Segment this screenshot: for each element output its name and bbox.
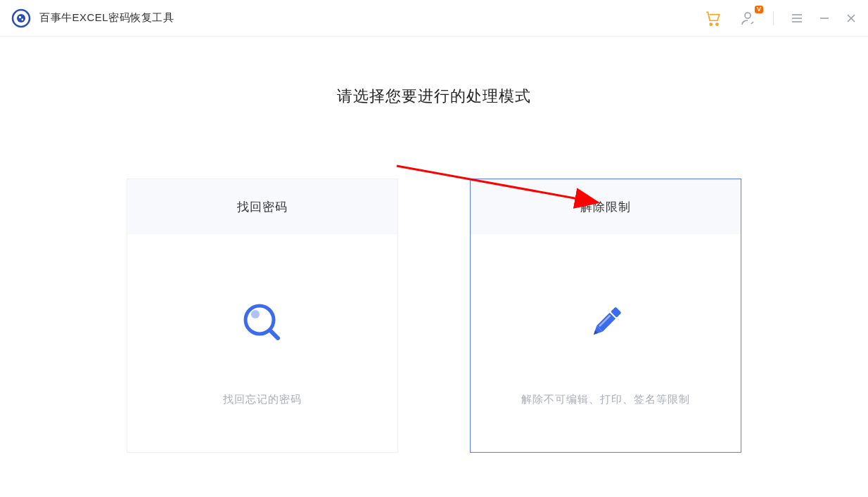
mode-cards: 找回密码 找回忘记的密码 解除限制 [0,179,868,453]
card-remove-restriction[interactable]: 解除限制 解除不可编辑、打印、签名等限制 [470,179,741,453]
card-body: 解除不可编辑、打印、签名等限制 [471,234,741,452]
titlebar: 百事牛EXCEL密码恢复工具 V [0,0,868,37]
card-title: 解除限制 [471,179,741,234]
card-body: 找回忘记的密码 [127,234,397,452]
pencil-icon [583,302,628,344]
close-icon[interactable] [845,13,857,24]
window-controls [791,12,857,25]
account-icon[interactable]: V [739,10,756,27]
svg-rect-3 [22,18,24,20]
vip-badge: V [755,6,763,13]
svg-point-6 [745,13,751,18]
magnifier-icon [240,302,285,344]
card-title: 找回密码 [127,179,397,234]
svg-line-15 [270,330,278,338]
card-recover-password[interactable]: 找回密码 找回忘记的密码 [127,179,398,453]
svg-point-5 [716,23,718,25]
titlebar-right: V [704,9,857,27]
menu-icon[interactable] [791,12,803,25]
titlebar-divider [773,11,774,25]
minimize-icon[interactable] [819,13,830,24]
app-title: 百事牛EXCEL密码恢复工具 [39,11,174,25]
app-logo-icon [11,8,31,28]
card-desc: 解除不可编辑、打印、签名等限制 [521,393,690,406]
cart-icon[interactable] [704,9,722,27]
svg-point-4 [710,23,712,25]
main-content: 请选择您要进行的处理模式 找回密码 找回忘记的密码 解除限制 [0,37,868,453]
svg-rect-2 [19,16,21,18]
page-heading: 请选择您要进行的处理模式 [0,86,868,107]
card-desc: 找回忘记的密码 [223,393,302,406]
svg-point-14 [251,310,260,318]
